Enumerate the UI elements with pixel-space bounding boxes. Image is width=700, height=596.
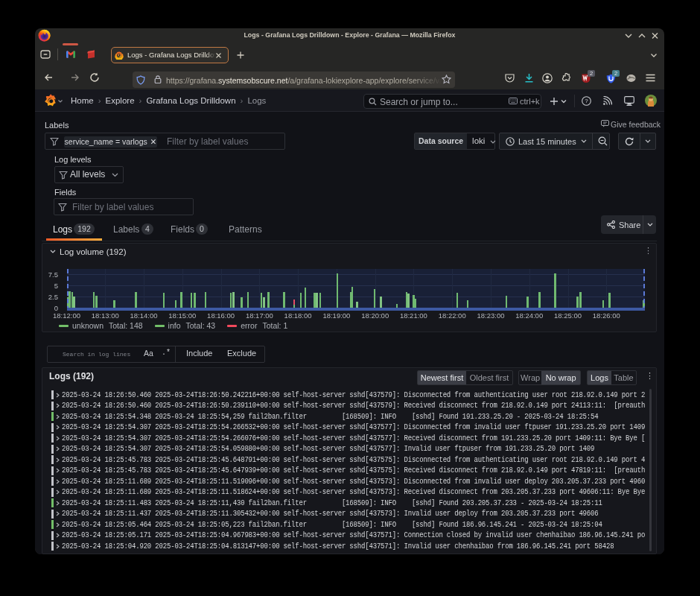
- svg-text:?: ?: [585, 98, 588, 104]
